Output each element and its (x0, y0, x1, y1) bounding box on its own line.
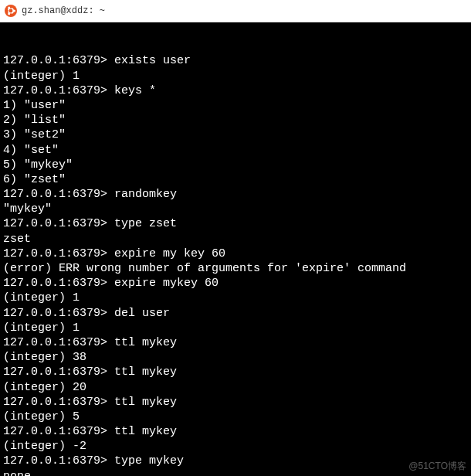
terminal-prompt-line: 127.0.0.1:6379> ttl mykey (3, 365, 468, 379)
terminal-output-line: (integer) 5 (3, 410, 468, 424)
terminal-output-line: (integer) 1 (3, 321, 468, 335)
command-text: type zset (114, 217, 177, 230)
terminal-output-line: (integer) 20 (3, 380, 468, 395)
terminal-output-line: (integer) 38 (3, 350, 468, 365)
command-text: randomkey (114, 188, 177, 201)
prompt-host: 127.0.0.1:6379> (3, 366, 114, 379)
watermark: @51CTO博客 (408, 461, 466, 472)
prompt-host: 127.0.0.1:6379> (3, 217, 114, 230)
command-text: del user (114, 307, 170, 320)
command-text: ttl mykey (114, 336, 177, 349)
prompt-host: 127.0.0.1:6379> (3, 307, 114, 320)
command-text: ttl mykey (114, 366, 177, 379)
terminal-output-line: (integer) -2 (3, 439, 468, 454)
terminal-output-line: 4) "set" (3, 143, 468, 158)
svg-point-2 (13, 9, 15, 12)
prompt-host: 127.0.0.1:6379> (3, 247, 114, 260)
command-text: ttl mykey (114, 425, 177, 438)
terminal-output-line: 6) "zset" (3, 172, 468, 187)
terminal-prompt-line: 127.0.0.1:6379> randomkey (3, 187, 468, 202)
terminal-prompt-line: 127.0.0.1:6379> type zset (3, 216, 468, 231)
command-text: keys * (114, 84, 156, 97)
prompt-host: 127.0.0.1:6379> (3, 454, 114, 468)
terminal-output-line: (integer) 1 (3, 69, 468, 83)
terminal-prompt-line: 127.0.0.1:6379> ttl mykey (3, 395, 468, 410)
title-bar[interactable]: gz.shan@xddz: ~ (0, 0, 471, 22)
terminal-prompt-line: 127.0.0.1:6379> del user (3, 306, 468, 321)
terminal-prompt-line: 127.0.0.1:6379> exists user (3, 53, 468, 68)
command-text: expire my key 60 (114, 247, 225, 260)
terminal-prompt-line: 127.0.0.1:6379> expire mykey 60 (3, 276, 468, 291)
terminal-output-line: (error) ERR wrong number of arguments fo… (3, 261, 468, 276)
terminal-prompt-line: 127.0.0.1:6379> type mykey (3, 454, 468, 468)
terminal-output-line: "mykey" (3, 202, 468, 216)
window-title: gz.shan@xddz: ~ (22, 5, 105, 16)
terminal-output-line: (integer) 1 (3, 291, 468, 305)
terminal-output-line: none (3, 469, 468, 476)
terminal-output-line: zset (3, 232, 468, 246)
prompt-host: 127.0.0.1:6379> (3, 277, 114, 290)
terminal-prompt-line: 127.0.0.1:6379> keys * (3, 83, 468, 98)
prompt-host: 127.0.0.1:6379> (3, 425, 114, 438)
terminal-prompt-line: 127.0.0.1:6379> expire my key 60 (3, 246, 468, 261)
svg-rect-7 (7, 10, 8, 12)
terminal-prompt-line: 127.0.0.1:6379> ttl mykey (3, 424, 468, 439)
prompt-host: 127.0.0.1:6379> (3, 84, 114, 97)
ubuntu-icon (5, 5, 17, 17)
terminal-output-line: 5) "mykey" (3, 158, 468, 172)
terminal-prompt-line: 127.0.0.1:6379> ttl mykey (3, 335, 468, 350)
command-text: ttl mykey (114, 396, 177, 409)
prompt-host: 127.0.0.1:6379> (3, 336, 114, 349)
prompt-host: 127.0.0.1:6379> (3, 396, 114, 409)
prompt-host: 127.0.0.1:6379> (3, 188, 114, 201)
terminal-area[interactable]: 127.0.0.1:6379> exists user(integer) 112… (0, 22, 471, 476)
terminal-output-line: 2) "list" (3, 113, 468, 128)
prompt-host: 127.0.0.1:6379> (3, 54, 114, 67)
command-text: type mykey (114, 454, 184, 468)
terminal-output-line: 1) "user" (3, 98, 468, 113)
command-text: expire mykey 60 (114, 277, 219, 290)
terminal-output-line: 3) "set2" (3, 128, 468, 142)
command-text: exists user (114, 54, 191, 67)
